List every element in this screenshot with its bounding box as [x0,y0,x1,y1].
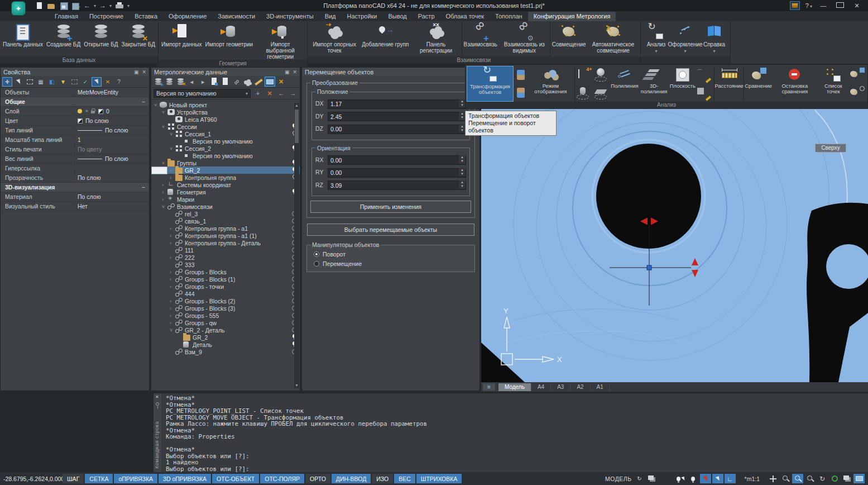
rx-spinner[interactable]: ▲▼ [459,155,466,164]
tab-a1[interactable]: A1 [591,383,610,391]
pin-icon[interactable] [156,402,159,406]
property-row[interactable]: Общие ☀ [1,97,149,107]
new-document-icon[interactable] [35,2,44,9]
command-history[interactable]: *Отмена**Отмена*PC_METROLOGY_POINT_LIST … [161,393,868,472]
select-window-points-icon[interactable]: ▦ [36,77,46,87]
transform-objects-button[interactable]: Трансформация объектов [467,66,514,102]
zoom-object-icon[interactable] [804,474,816,483]
expander-icon[interactable] [170,233,175,239]
toolbar-options-icon[interactable]: ▾ [127,3,130,8]
compare-button[interactable]: Сравнение [745,66,771,102]
polyline-button[interactable]: Полилиния [611,66,637,102]
import-data-button[interactable]: Импорт данных [160,22,203,60]
compare-block-icon[interactable] [849,67,866,83]
maximize-button[interactable] [835,2,846,9]
scroll-up-icon[interactable]: ▲ [294,103,299,108]
close-db-button[interactable]: Закрытие БД [120,22,157,56]
open-db-icon[interactable] [164,77,175,87]
tree-item[interactable]: 333 [151,261,300,268]
expander-icon[interactable] [170,168,175,173]
expander-icon[interactable] [170,306,175,311]
plane-button[interactable]: Плоскость [670,66,695,102]
radio-icon[interactable] [314,251,319,257]
tree-item[interactable]: Новый проект [151,101,300,108]
menu-tab-glavnaya[interactable]: Главная [49,12,84,21]
property-row[interactable]: Гиперссылка ☀ [1,164,149,173]
scrollbar-thumb[interactable] [295,110,299,143]
property-row[interactable]: Визуальный стиль ☀ Нет [1,202,149,211]
expander-icon[interactable] [162,160,167,166]
fullscreen-icon[interactable] [853,474,865,483]
decoration-menu-button[interactable]: Оформление [671,22,700,56]
filter-icon[interactable]: ▼ [58,77,68,87]
stop-compare-button[interactable]: Остановка сравнения [771,66,818,102]
select-apply-icon[interactable]: ✓ [80,77,90,87]
create-db-icon[interactable] [153,77,164,87]
relation-icon[interactable] [231,77,242,87]
menu-tab-vyvod[interactable]: Вывод [382,12,412,21]
display-mode-top-icon[interactable] [514,68,527,82]
tab-a4[interactable]: A4 [531,383,551,391]
tree-item[interactable]: Groups - qw [151,319,300,326]
property-value[interactable]: ☀ По слою [74,173,149,182]
menu-tab-zavisimosti[interactable]: Зависимости [212,12,261,21]
expander-icon[interactable] [170,226,175,231]
help-menu-button[interactable]: Справка [700,22,729,56]
toggle-lineweight[interactable]: ВЕС [394,474,415,483]
expander-icon[interactable] [162,189,167,195]
dz-field[interactable] [328,125,466,134]
tree-item[interactable]: GR_2 - Деталь [151,326,300,334]
tree-item[interactable]: Устройства [151,108,300,116]
property-value[interactable]: ☀ По слою [74,116,149,125]
scroll-down-icon[interactable]: ▼ [294,383,299,388]
expander-icon[interactable] [170,284,175,289]
select-window-icon[interactable] [25,77,35,87]
expander-icon[interactable] [162,110,167,115]
ry-spinner[interactable]: ▲▼ [459,168,466,176]
property-row[interactable]: Слой ☀ 0 [1,107,149,116]
axes-4plus-icon[interactable] [576,67,593,83]
display-mode-button[interactable]: Режим отображения [528,66,573,102]
3d-polyline-button[interactable]: 3D-полилиния [637,66,670,102]
open-db-button[interactable]: Открытие БД [82,22,119,56]
close-icon[interactable]: ✕ [142,69,146,75]
annotation-scale-label[interactable]: *m1:1 [745,476,760,482]
property-row[interactable]: Вес линий ☀ По слою [1,154,149,164]
create-db-button[interactable]: Создание БД [45,22,82,56]
nanocad-logo-icon[interactable] [11,1,26,16]
expander-icon[interactable] [170,313,175,318]
menu-tab-postroenie[interactable]: Построение [84,12,129,21]
property-value[interactable]: ☀ По слою [74,192,149,201]
minimize-button[interactable]: — [818,2,829,9]
data-panel-button[interactable]: Панель данных [1,22,45,56]
tree-item[interactable]: Leica AT960 [151,116,300,123]
spline-draw-icon[interactable] [696,67,712,83]
layer-lock-icon[interactable] [91,111,95,113]
expander-icon[interactable] [170,240,175,246]
tree-item[interactable]: Контрольня группа - a1 (1) [151,232,300,239]
tree-item[interactable]: Groups - 555 [151,312,300,319]
expander-icon[interactable] [170,277,175,282]
property-value[interactable]: ☀ По слою [74,154,149,163]
tree-item[interactable]: Версия по умолчанию [151,137,300,145]
menu-tab-konfiguratsiya-metrologiya[interactable]: Конфигурация Метрология [528,12,616,21]
zoom-icon[interactable] [780,474,791,483]
select-cursor-icon[interactable] [13,77,23,87]
point-cloud-icon[interactable] [242,77,253,87]
layer-freeze-icon[interactable]: ☀ [84,108,89,114]
property-row[interactable]: Объекты ☀ MetrMoveEntity [1,88,149,97]
layout-sheet-icon[interactable] [646,474,658,483]
color-swatch[interactable] [98,109,103,114]
translation-radio[interactable]: Перемещение [310,259,471,268]
metrology-toolbox-icon[interactable] [790,1,800,10]
menu-tab-oblaka-tochek[interactable]: Облака точек [440,12,490,21]
dx-field[interactable] [328,99,466,109]
analysis-menu-button[interactable]: Анализ [642,22,671,56]
tree-item[interactable]: 111 [151,246,300,254]
property-value[interactable]: ☀ По слою [74,126,149,135]
tree-scrollbar[interactable]: ▲ ▼ [294,103,299,388]
ucs-small-icon[interactable]: ↻ [634,474,645,483]
command-window-tab[interactable]: ✕ Командная строка [154,393,161,472]
toggle-iso[interactable]: ИЗО [372,474,393,483]
layer-on-icon[interactable] [78,109,82,113]
